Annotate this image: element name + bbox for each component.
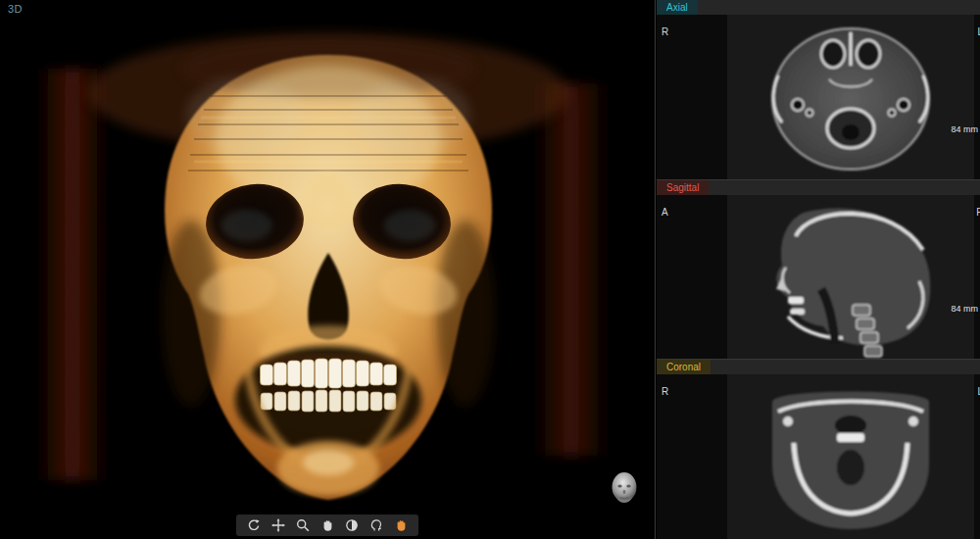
- axial-view-header: Axial: [657, 0, 980, 15]
- tab-coronal[interactable]: Coronal: [657, 360, 710, 374]
- orientation-head-indicator[interactable]: [608, 470, 641, 512]
- sagittal-orientation-marker-right: P: [976, 207, 980, 218]
- pan-tool-button[interactable]: [270, 516, 287, 534]
- hand-tool-button-active[interactable]: [392, 516, 410, 534]
- axial-orientation-marker-left: R: [662, 26, 668, 37]
- axial-fov-measurement: 84 mm: [951, 124, 978, 134]
- hand-icon: [394, 518, 408, 532]
- grab-hand-icon: [320, 518, 334, 532]
- zoom-tool-button[interactable]: [294, 516, 312, 534]
- cbct-viewer: 3D: [0, 0, 980, 539]
- view-label-3d: 3D: [8, 3, 23, 15]
- coronal-slice-image[interactable]: [727, 374, 974, 539]
- view3d-toolbar: [236, 514, 418, 536]
- coronal-view-header: Coronal: [657, 360, 980, 374]
- axial-view-panel: Axial R L 84 mm: [657, 0, 980, 180]
- head-model-tool-button[interactable]: [368, 516, 385, 534]
- sagittal-orientation-marker-left: A: [662, 207, 668, 218]
- rotate-icon: [247, 518, 261, 532]
- slice-views-column: Axial R L 84 mm: [657, 0, 980, 539]
- coronal-view-panel: Coronal R L: [657, 360, 980, 539]
- grab-tool-button[interactable]: [318, 516, 336, 534]
- sagittal-fov-measurement: 84 mm: [951, 304, 978, 314]
- contrast-tool-button[interactable]: [343, 516, 361, 534]
- viewport-3d[interactable]: 3D: [0, 0, 656, 539]
- axial-slice-image[interactable]: [727, 15, 974, 179]
- sagittal-view-header: Sagittal: [657, 180, 980, 195]
- sagittal-slice-image[interactable]: [727, 195, 974, 360]
- skull-3d-render[interactable]: [0, 0, 656, 539]
- rotate-tool-button[interactable]: [245, 516, 263, 534]
- magnifier-icon: [296, 518, 310, 532]
- coronal-orientation-marker-left: R: [662, 386, 668, 397]
- contrast-icon: [345, 518, 359, 532]
- pan-icon: [271, 518, 285, 532]
- sagittal-view-panel: Sagittal A P 84 mm: [657, 180, 980, 361]
- tab-sagittal[interactable]: Sagittal: [657, 180, 709, 195]
- head-silhouette-icon: [369, 518, 383, 532]
- tab-axial[interactable]: Axial: [657, 0, 698, 15]
